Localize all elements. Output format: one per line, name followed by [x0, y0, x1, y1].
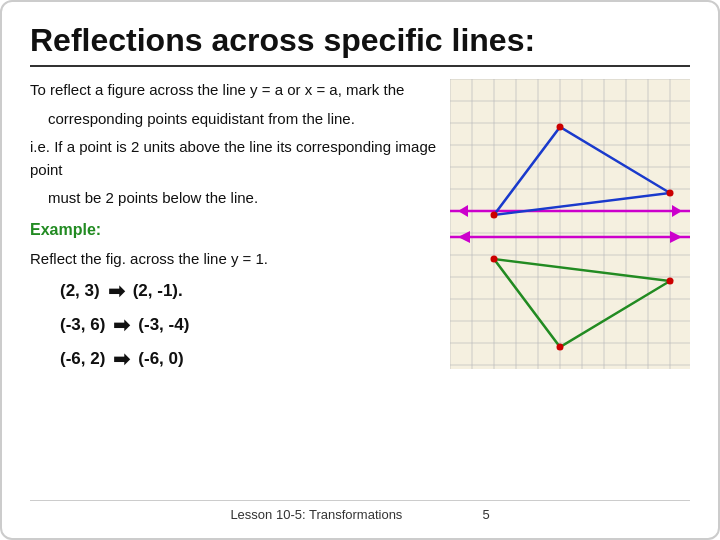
mappings: (2, 3) ➡ (2, -1). (-3, 6) ➡ (-3, -4) (-6… [30, 276, 440, 374]
text-column: To reflect a figure across the line y = … [30, 79, 440, 494]
body-line2: corresponding points equidistant from th… [30, 108, 440, 131]
slide: Reflections across specific lines: To re… [0, 0, 720, 540]
mapping3-from: (-6, 2) [60, 346, 105, 372]
mapping-row-3: (-6, 2) ➡ (-6, 0) [60, 344, 440, 374]
body-line4: must be 2 points below the line. [30, 187, 440, 210]
content-area: To reflect a figure across the line y = … [30, 79, 690, 494]
body-line1: To reflect a figure across the line y = … [30, 79, 440, 102]
footer: Lesson 10-5: Transformations 5 [30, 500, 690, 522]
mapping2-to: (-3, -4) [138, 312, 189, 338]
mapping1-from: (2, 3) [60, 278, 100, 304]
footer-page: 5 [482, 507, 489, 522]
arrow3-icon: ➡ [113, 344, 130, 374]
mapping1-to: (2, -1). [133, 278, 183, 304]
mapping-row-2: (-3, 6) ➡ (-3, -4) [60, 310, 440, 340]
title-divider [30, 65, 690, 67]
arrow2-icon: ➡ [113, 310, 130, 340]
graph-canvas [450, 79, 690, 369]
mapping3-to: (-6, 0) [138, 346, 183, 372]
arrow1-icon: ➡ [108, 276, 125, 306]
footer-lesson: Lesson 10-5: Transformations [230, 507, 402, 522]
reflect-line: Reflect the fig. across the line y = 1. [30, 248, 440, 271]
graph-column [450, 79, 690, 494]
mapping2-from: (-3, 6) [60, 312, 105, 338]
mapping-row-1: (2, 3) ➡ (2, -1). [60, 276, 440, 306]
slide-title: Reflections across specific lines: [30, 22, 690, 59]
example-label: Example: [30, 218, 440, 242]
body-line3: i.e. If a point is 2 units above the lin… [30, 136, 440, 181]
